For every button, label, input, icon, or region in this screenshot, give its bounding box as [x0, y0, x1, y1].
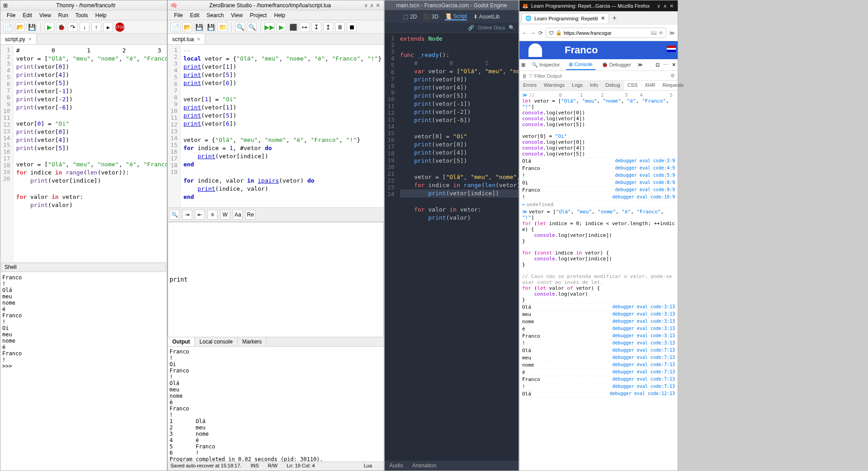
reload-icon[interactable]: ⟳	[538, 30, 543, 36]
console-output[interactable]: ≫// 0 1 2 3 4 5let vetor = ["Olá", "meu"…	[519, 91, 678, 471]
thonny-editor[interactable]: 1234567891011121314151617181920 # 0 1 2 …	[0, 45, 167, 262]
search-icon[interactable]: 🔍	[170, 210, 179, 220]
thonny-titlebar[interactable]: ⊞ Thonny - /home/franco/tr	[0, 0, 167, 10]
output-tab-output[interactable]: Output	[168, 337, 195, 346]
regex-toggle[interactable]: Re	[245, 210, 255, 220]
filter-css[interactable]: CSS	[624, 81, 642, 90]
minimize-icon[interactable]: ∨	[657, 3, 660, 9]
menu-edit[interactable]: Edit	[19, 11, 36, 19]
pause-icon[interactable]: ⏸	[335, 22, 345, 32]
step-into-icon[interactable]: ↓	[80, 22, 90, 32]
godot-tab-2d[interactable]: ⬚ 2D	[403, 14, 417, 20]
reader-icon[interactable]: 📖	[651, 30, 657, 36]
godot-bottom-audio[interactable]: Audio	[389, 462, 403, 469]
close-devtools-icon[interactable]: ✕	[672, 62, 676, 68]
close-icon[interactable]: ✕	[197, 37, 200, 42]
debug-icon[interactable]: 🐞	[56, 22, 66, 32]
step-in-icon[interactable]: ↧	[311, 22, 321, 32]
dots-icon[interactable]: ⋯	[663, 62, 668, 68]
new-tab-icon[interactable]: +	[613, 14, 617, 22]
trash-icon[interactable]: 🗑	[522, 73, 527, 79]
minimize-icon[interactable]: ∨	[364, 2, 368, 9]
menu-project[interactable]: Project	[246, 11, 270, 19]
panel-icon[interactable]: ⊞	[521, 62, 525, 68]
replace-icon[interactable]: 🔍	[247, 22, 257, 32]
bookmark-icon[interactable]: ☆	[659, 30, 663, 36]
filter-errors[interactable]: Errors	[519, 81, 540, 90]
menu-file[interactable]: File	[3, 11, 19, 19]
menu-run[interactable]: Run	[55, 11, 72, 19]
menu-search[interactable]: Search	[203, 11, 227, 19]
debugger-tab[interactable]: 🐞 Debugger	[599, 60, 634, 70]
overflow-icon[interactable]: ≫	[669, 30, 675, 36]
step-out-icon[interactable]: ↥	[323, 22, 333, 32]
word-toggle[interactable]: W	[220, 210, 230, 220]
godot-editor[interactable]: 123456789101112131415161718192021222324 …	[385, 33, 519, 461]
break-icon[interactable]: ⬛	[288, 22, 298, 32]
code-area[interactable]: extends Nodefunc _ready(): # 0 1 2 3 var…	[397, 33, 519, 461]
find-icon[interactable]: 🔍	[235, 22, 245, 32]
output-tab-local-console[interactable]: Local console	[195, 337, 237, 346]
file-tab[interactable]: script.lua ✕	[168, 34, 205, 44]
back-icon[interactable]: ←	[522, 30, 528, 36]
close-icon[interactable]: ✕	[670, 3, 674, 9]
ff-titlebar[interactable]: 🦊 Learn Programming: Repet...Garcia — Mo…	[519, 0, 678, 11]
save-icon[interactable]: 💾	[194, 22, 204, 32]
search-input[interactable]	[168, 222, 384, 337]
zb-output[interactable]: Franco ! Oi Franco ! Olá meu nome é Fran…	[168, 347, 384, 462]
inspector-tab[interactable]: 🔍 Inspector	[529, 60, 562, 70]
file-tab[interactable]: script.py ✕	[0, 34, 37, 44]
console-tab[interactable]: ⊞ Console	[566, 60, 595, 70]
menu-view[interactable]: View	[227, 11, 246, 19]
stop-icon[interactable]: STOP	[115, 22, 125, 32]
search-docs-icon[interactable]: 🔍	[509, 25, 515, 31]
saveall-icon[interactable]: 💾	[206, 22, 216, 32]
indent-icon[interactable]: ⇥	[182, 210, 192, 220]
filter-input[interactable]	[534, 73, 669, 79]
filter-xhr[interactable]: XHR	[641, 81, 659, 90]
godot-tab-assetlib[interactable]: ⬇ AssetLib	[473, 14, 500, 20]
output-tab-markers[interactable]: Markers	[238, 337, 267, 346]
settings-icon[interactable]: ⚙	[670, 73, 675, 79]
close-icon[interactable]: ✕	[28, 37, 32, 42]
new-file-icon[interactable]: 📄	[3, 22, 13, 32]
menu-help[interactable]: Help	[270, 11, 289, 19]
run-icon[interactable]: ▶▶	[264, 22, 274, 32]
new-icon[interactable]: 📄	[170, 22, 180, 32]
godot-titlebar[interactable]: main.tscn - FrancoGarcia.com - Godot Eng…	[385, 0, 519, 10]
run-icon[interactable]: ▶	[44, 22, 54, 32]
menu-file[interactable]: File	[170, 11, 186, 19]
shell-header[interactable]: Shell	[1, 263, 166, 272]
more-tabs-icon[interactable]: ≫	[637, 62, 643, 68]
menu-view[interactable]: View	[36, 11, 55, 19]
open-icon[interactable]: 📂	[182, 22, 192, 32]
maximize-icon[interactable]: ∧	[663, 3, 667, 9]
step-over-icon[interactable]: ↷	[68, 22, 78, 32]
stop-icon[interactable]: ⏹	[347, 22, 357, 32]
godot-tab-3d[interactable]: ⬛ 3D	[423, 14, 439, 20]
godot-tab-script[interactable]: 📜 Script	[445, 13, 467, 20]
menu-tools[interactable]: Tools	[72, 11, 92, 19]
forward-icon[interactable]: →	[530, 30, 536, 36]
case-toggle[interactable]: Aa	[233, 210, 243, 220]
url-input[interactable]: 🛡 🔒 https://www.francogar 📖 ☆	[546, 28, 666, 38]
close-icon[interactable]: ✕	[376, 2, 380, 9]
project-icon[interactable]: 📁	[217, 22, 227, 32]
filter-logs[interactable]: Logs	[568, 81, 586, 90]
close-icon[interactable]: ✕	[601, 15, 605, 21]
open-file-icon[interactable]: 📂	[15, 22, 25, 32]
filter-warnings[interactable]: Warnings	[540, 81, 568, 90]
step-icon[interactable]: ↦	[300, 22, 310, 32]
debug-run-icon[interactable]: ▶	[276, 22, 286, 32]
flag-icon[interactable]	[667, 46, 676, 52]
outdent-icon[interactable]: ⇤	[195, 210, 205, 220]
code-area[interactable]: # 0 1 2 3 4vetor = ["Olá", "meu", "nome"…	[14, 45, 167, 262]
browser-tab[interactable]: 🌐 Learn Programming: Repetiti ✕	[521, 13, 609, 23]
zb-titlebar[interactable]: 🧠 ZeroBrane Studio - /home/franco/tmp/lu…	[168, 0, 384, 10]
filter-info[interactable]: Info	[586, 81, 602, 90]
godot-bottom-animation[interactable]: Animation	[412, 462, 436, 469]
thonny-shell[interactable]: Franco!OlámeunomeéFranco!OimeunomeéFranc…	[0, 273, 167, 471]
save-file-icon[interactable]: 💾	[27, 22, 37, 32]
code-area[interactable]: --local vetor = {"Olá", "meu", "nome", "…	[181, 45, 384, 207]
step-out-icon[interactable]: ↑	[91, 22, 101, 32]
